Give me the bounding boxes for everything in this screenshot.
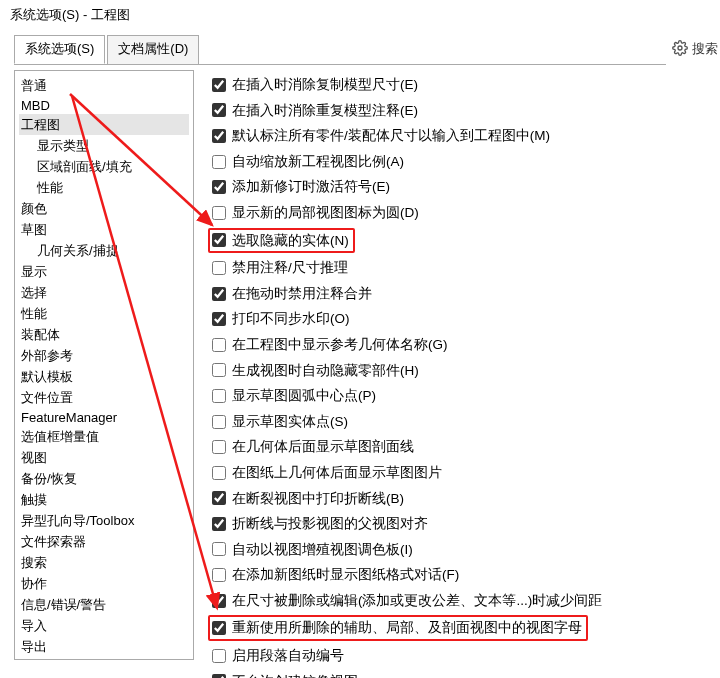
option-row: 显示草图实体点(S) <box>212 409 714 435</box>
gear-icon <box>672 40 688 59</box>
option-row: 显示新的局部视图图标为圆(D) <box>212 200 714 226</box>
tree-item[interactable]: 区域剖面线/填充 <box>19 156 189 177</box>
option-row: 禁用注释/尺寸推理 <box>212 255 714 281</box>
tree-item[interactable]: 导入 <box>19 615 189 636</box>
option-checkbox[interactable] <box>212 338 226 352</box>
option-checkbox[interactable] <box>212 517 226 531</box>
option-row: 重新使用所删除的辅助、局部、及剖面视图中的视图字母 <box>212 613 714 643</box>
option-label: 在断裂视图中打印折断线(B) <box>232 488 404 510</box>
option-label: 重新使用所删除的辅助、局部、及剖面视图中的视图字母 <box>232 617 582 639</box>
tree-item[interactable]: 异型孔向导/Toolbox <box>19 510 189 531</box>
tree-item[interactable]: 协作 <box>19 573 189 594</box>
tree-item[interactable]: 普通 <box>19 75 189 96</box>
option-checkbox[interactable] <box>212 389 226 403</box>
option-row: 默认标注所有零件/装配体尺寸以输入到工程图中(M) <box>212 123 714 149</box>
option-checkbox[interactable] <box>212 103 226 117</box>
options-panel: 在插入时消除复制模型尺寸(E)在插入时消除重复模型注释(E)默认标注所有零件/装… <box>194 70 720 664</box>
tree-item[interactable]: 显示类型 <box>19 135 189 156</box>
option-row: 在图纸上几何体后面显示草图图片 <box>212 460 714 486</box>
option-label: 显示新的局部视图图标为圆(D) <box>232 202 419 224</box>
tree-item[interactable]: 草图 <box>19 219 189 240</box>
category-tree[interactable]: 普通MBD工程图显示类型区域剖面线/填充性能颜色草图几何关系/捕捉显示选择性能装… <box>14 70 194 660</box>
option-row: 在插入时消除重复模型注释(E) <box>212 98 714 124</box>
option-label: 在工程图中显示参考几何体名称(G) <box>232 334 448 356</box>
tree-item[interactable]: 触摸 <box>19 489 189 510</box>
option-label: 自动以视图增殖视图调色板(I) <box>232 539 413 561</box>
option-checkbox[interactable] <box>212 312 226 326</box>
tree-item[interactable]: 备份/恢复 <box>19 468 189 489</box>
tab-system-options[interactable]: 系统选项(S) <box>14 35 105 64</box>
tree-item[interactable]: 装配体 <box>19 324 189 345</box>
option-checkbox[interactable] <box>212 363 226 377</box>
window-title: 系统选项(S) - 工程图 <box>0 0 720 34</box>
tree-item[interactable]: 选值框增量值 <box>19 426 189 447</box>
option-label: 显示草图实体点(S) <box>232 411 348 433</box>
option-label: 选取隐藏的实体(N) <box>232 230 349 252</box>
option-row: 自动缩放新工程视图比例(A) <box>212 149 714 175</box>
option-row: 启用段落自动编号 <box>212 643 714 669</box>
tree-item[interactable]: 视图 <box>19 447 189 468</box>
tree-item[interactable]: 默认模板 <box>19 366 189 387</box>
option-row: 添加新修订时激活符号(E) <box>212 174 714 200</box>
tree-item[interactable]: 外部参考 <box>19 345 189 366</box>
option-label: 打印不同步水印(O) <box>232 308 350 330</box>
tree-item[interactable]: 工程图 <box>19 114 189 135</box>
option-checkbox[interactable] <box>212 415 226 429</box>
option-row: 自动以视图增殖视图调色板(I) <box>212 537 714 563</box>
option-checkbox[interactable] <box>212 287 226 301</box>
tree-item[interactable]: 文件位置 <box>19 387 189 408</box>
tree-item[interactable]: 显示 <box>19 261 189 282</box>
tree-item[interactable]: 选择 <box>19 282 189 303</box>
option-checkbox[interactable] <box>212 568 226 582</box>
option-checkbox[interactable] <box>212 78 226 92</box>
option-row: 在添加新图纸时显示图纸格式对话(F) <box>212 562 714 588</box>
option-label: 在拖动时禁用注释合并 <box>232 283 372 305</box>
option-row: 生成视图时自动隐藏零部件(H) <box>212 358 714 384</box>
option-label: 在几何体后面显示草图剖面线 <box>232 436 414 458</box>
option-checkbox[interactable] <box>212 129 226 143</box>
option-label: 在尺寸被删除或编辑(添加或更改公差、文本等...)时减少间距 <box>232 590 602 612</box>
option-label: 在图纸上几何体后面显示草图图片 <box>232 462 442 484</box>
option-checkbox[interactable] <box>212 155 226 169</box>
option-label: 生成视图时自动隐藏零部件(H) <box>232 360 419 382</box>
tab-strip: 系统选项(S) 文档属性(D) <box>14 35 666 65</box>
tree-item[interactable]: 几何关系/捕捉 <box>19 240 189 261</box>
option-checkbox[interactable] <box>212 466 226 480</box>
option-checkbox[interactable] <box>212 233 226 247</box>
option-checkbox[interactable] <box>212 621 226 635</box>
option-row: 不允许创建锫像视图 <box>212 669 714 678</box>
option-row: 在断裂视图中打印折断线(B) <box>212 486 714 512</box>
tab-document-properties[interactable]: 文档属性(D) <box>107 35 199 64</box>
option-checkbox[interactable] <box>212 649 226 663</box>
option-row: 折断线与投影视图的父视图对齐 <box>212 511 714 537</box>
option-checkbox[interactable] <box>212 674 226 678</box>
option-row: 显示草图圆弧中心点(P) <box>212 383 714 409</box>
tree-item[interactable]: 文件探索器 <box>19 531 189 552</box>
tree-item[interactable]: 搜索 <box>19 552 189 573</box>
option-checkbox[interactable] <box>212 594 226 608</box>
option-label: 在插入时消除重复模型注释(E) <box>232 100 418 122</box>
tree-item[interactable]: FeatureManager <box>19 408 189 426</box>
option-label: 启用段落自动编号 <box>232 645 344 667</box>
highlight-box: 选取隐藏的实体(N) <box>208 228 355 254</box>
tree-item[interactable]: 信息/错误/警告 <box>19 594 189 615</box>
tree-item[interactable]: 性能 <box>19 177 189 198</box>
tree-item[interactable]: 导出 <box>19 636 189 657</box>
option-label: 不允许创建锫像视图 <box>232 671 358 678</box>
option-label: 禁用注释/尺寸推理 <box>232 257 348 279</box>
option-checkbox[interactable] <box>212 491 226 505</box>
tree-item[interactable]: 颜色 <box>19 198 189 219</box>
option-checkbox[interactable] <box>212 542 226 556</box>
tree-item[interactable]: MBD <box>19 96 189 114</box>
option-row: 在插入时消除复制模型尺寸(E) <box>212 72 714 98</box>
option-label: 折断线与投影视图的父视图对齐 <box>232 513 428 535</box>
option-label: 在添加新图纸时显示图纸格式对话(F) <box>232 564 459 586</box>
option-checkbox[interactable] <box>212 261 226 275</box>
tree-item[interactable]: 性能 <box>19 303 189 324</box>
option-checkbox[interactable] <box>212 440 226 454</box>
option-row: 打印不同步水印(O) <box>212 306 714 332</box>
option-checkbox[interactable] <box>212 180 226 194</box>
option-row: 在尺寸被删除或编辑(添加或更改公差、文本等...)时减少间距 <box>212 588 714 614</box>
option-checkbox[interactable] <box>212 206 226 220</box>
search-area[interactable]: 搜索 <box>666 40 720 59</box>
